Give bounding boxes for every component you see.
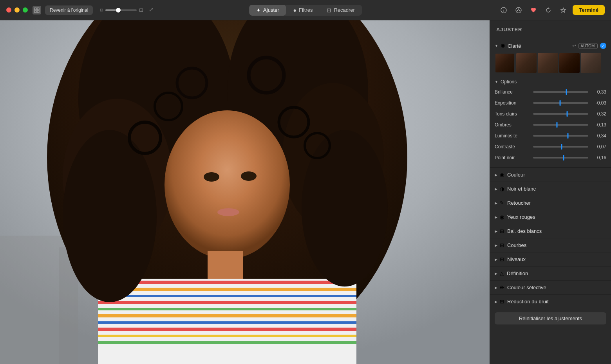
- sections-container: ▶◉Couleur▶◑Noir et blanc▶✎Retoucher▶◉Yeu…: [490, 168, 611, 308]
- tab-filtres[interactable]: ● Filtres: [286, 5, 320, 16]
- svg-rect-42: [98, 339, 356, 341]
- svg-rect-27: [98, 288, 356, 291]
- favorite-button[interactable]: [528, 5, 539, 16]
- thumb-5[interactable]: [581, 53, 601, 73]
- icon-noir-blanc: ◑: [500, 186, 504, 192]
- label-yeux-rouges: Yeux rouges: [507, 214, 535, 220]
- slider-row-exposition: Exposition-0,03: [490, 97, 611, 108]
- svg-rect-37: [98, 321, 356, 324]
- slider-value-2: 0,32: [591, 111, 606, 117]
- svg-marker-13: [561, 8, 566, 13]
- slider-label-1: Exposition: [495, 100, 530, 106]
- clarte-check[interactable]: ✓: [600, 43, 606, 49]
- main-content: AJUSTER ▼ ✺ Clarté ↩ AUTOM. ✓: [0, 20, 611, 364]
- revert-button[interactable]: Revenir à l'original: [45, 5, 93, 15]
- zoom-small-icon: ⊡: [100, 8, 103, 12]
- thumb-3[interactable]: [538, 53, 558, 73]
- rotate-button[interactable]: [543, 5, 554, 16]
- section-noir-blanc[interactable]: ▶◑Noir et blanc: [490, 182, 611, 196]
- svg-marker-12: [548, 7, 550, 9]
- label-couleur: Couleur: [507, 172, 525, 178]
- label-reduction-bruit: Réduction du bruit: [507, 299, 549, 305]
- svg-point-45: [63, 130, 157, 302]
- info-button[interactable]: i: [498, 5, 509, 16]
- slider-track-wrap-3[interactable]: [533, 121, 588, 128]
- clarte-section: ▼ ✺ Clarté ↩ AUTOM. ✓: [490, 37, 611, 168]
- svg-point-22: [164, 110, 290, 259]
- icon-retoucher: ✎: [500, 200, 504, 206]
- svg-line-10: [517, 9, 519, 11]
- slider-label-0: Brillance: [495, 89, 530, 95]
- share-button[interactable]: [513, 5, 524, 16]
- expand-icon[interactable]: ⤢: [149, 6, 157, 14]
- slider-track-wrap-6[interactable]: [533, 154, 588, 161]
- tab-recadrer[interactable]: ⊡ Recadrer: [320, 5, 362, 16]
- icon-definition: △: [500, 270, 504, 276]
- clarte-autom-badge[interactable]: AUTOM.: [578, 43, 598, 49]
- magic-button[interactable]: [558, 5, 569, 16]
- maximize-button[interactable]: [23, 7, 28, 13]
- panel-header: AJUSTER: [490, 20, 611, 37]
- icon-bal-blancs: ⊞: [500, 228, 504, 234]
- slider-track-wrap-1[interactable]: [533, 99, 588, 106]
- label-retoucher: Retoucher: [507, 200, 531, 206]
- chevron-bal-blancs: ▶: [495, 229, 497, 233]
- label-bal-blancs: Bal. des blancs: [507, 228, 542, 234]
- titlebar-right: i Terminé: [498, 5, 605, 16]
- section-bal-blancs[interactable]: ▶⊞Bal. des blancs: [490, 224, 611, 238]
- thumb-1[interactable]: [495, 53, 515, 73]
- thumb-2[interactable]: [516, 53, 537, 73]
- svg-rect-43: [98, 341, 356, 344]
- svg-text:i: i: [503, 9, 504, 13]
- slider-row-contraste: Contraste0,07: [490, 141, 611, 152]
- slider-value-4: 0,34: [591, 133, 606, 139]
- slider-row-tons-clairs: Tons clairs0,32: [490, 108, 611, 119]
- icon-niveaux: ⊞: [500, 256, 504, 262]
- tab-bar: ✦ Ajuster ● Filtres ⊡ Recadrer: [249, 5, 362, 16]
- reset-adjustments-button[interactable]: Réinitialiser les ajustements: [495, 312, 606, 324]
- slider-track-wrap-4[interactable]: [533, 132, 588, 139]
- section-couleur-selective[interactable]: ▶❋Couleur sélective: [490, 280, 611, 294]
- slider-track-wrap-2[interactable]: [533, 110, 588, 117]
- section-retoucher[interactable]: ▶✎Retoucher: [490, 196, 611, 210]
- options-header[interactable]: ▼ Options: [490, 77, 611, 86]
- section-couleur[interactable]: ▶◉Couleur: [490, 168, 611, 182]
- section-niveaux[interactable]: ▶⊞Niveaux: [490, 252, 611, 266]
- section-reduction-bruit[interactable]: ▶⊞Réduction du bruit: [490, 294, 611, 308]
- chevron-yeux-rouges: ▶: [495, 215, 497, 219]
- clarte-reset-icon[interactable]: ↩: [572, 43, 576, 49]
- clarte-header[interactable]: ▼ ✺ Clarté ↩ AUTOM. ✓: [490, 40, 611, 51]
- done-button[interactable]: Terminé: [573, 5, 605, 15]
- clarte-actions: ↩ AUTOM. ✓: [572, 43, 606, 49]
- thumbnail-strip: [490, 51, 611, 76]
- options-label: Options: [501, 79, 517, 85]
- svg-rect-35: [98, 314, 356, 317]
- slider-track-wrap-5[interactable]: [533, 143, 588, 150]
- label-niveaux: Niveaux: [507, 256, 526, 262]
- svg-point-6: [516, 7, 521, 13]
- svg-point-53: [204, 172, 219, 182]
- slider-row-ombres: Ombres-0,13: [490, 119, 611, 130]
- svg-rect-36: [98, 319, 356, 321]
- slider-value-5: 0,07: [591, 144, 606, 150]
- sliders-container: Brillance0,33Exposition-0,03Tons clairs0…: [490, 86, 611, 163]
- slider-row-point-noir: Point noir0,16: [490, 152, 611, 163]
- panel-scroll[interactable]: ▼ ✺ Clarté ↩ AUTOM. ✓: [490, 37, 611, 364]
- svg-point-54: [241, 171, 257, 181]
- label-noir-blanc: Noir et blanc: [507, 186, 536, 192]
- svg-rect-3: [37, 11, 39, 13]
- recadrer-icon: ⊡: [327, 7, 331, 13]
- section-courbes[interactable]: ▶⊞Courbes: [490, 238, 611, 252]
- zoom-slider[interactable]: [105, 9, 137, 11]
- svg-rect-0: [34, 8, 36, 10]
- section-definition[interactable]: ▶△Définition: [490, 266, 611, 280]
- section-yeux-rouges[interactable]: ▶◉Yeux rouges: [490, 210, 611, 224]
- zoom-slider-area: ⊡ ⊡: [100, 7, 143, 13]
- photo-display: [0, 20, 490, 364]
- minimize-button[interactable]: [14, 7, 20, 13]
- tab-ajuster[interactable]: ✦ Ajuster: [249, 5, 286, 16]
- slider-track-wrap-0[interactable]: [533, 88, 588, 96]
- close-button[interactable]: [6, 7, 11, 13]
- thumb-4[interactable]: [559, 53, 580, 73]
- slider-label-2: Tons clairs: [495, 111, 530, 117]
